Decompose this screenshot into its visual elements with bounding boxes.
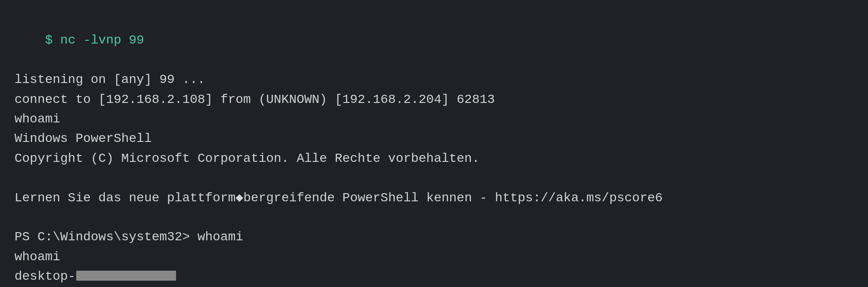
connect-line: connect to [192.168.2.108] from (UNKNOWN… (15, 90, 853, 109)
learn-line: Lernen Sie das neue plattform◆bergreifen… (15, 188, 853, 208)
windows-powershell-label: Windows PowerShell (15, 129, 853, 148)
empty-line-1 (15, 168, 853, 188)
empty-line-2 (15, 208, 853, 227)
whoami-output: whoami (15, 247, 853, 267)
listening-line: listening on [any] 99 ... (15, 70, 853, 89)
ps-prompt-whoami: PS C:\Windows\system32> whoami (15, 227, 853, 247)
command-line: $ nc -lvnp 99 (15, 11, 853, 70)
nc-command: nc -lvnp 99 (60, 33, 144, 47)
redacted-hostname (76, 271, 176, 281)
whoami-typed: whoami (15, 109, 853, 129)
desktop-redacted-line: desktop- (15, 267, 853, 286)
terminal-window: $ nc -lvnp 99 listening on [any] 99 ... … (15, 11, 853, 287)
prompt-dollar: $ (45, 33, 53, 47)
copyright-line: Copyright (C) Microsoft Corporation. All… (15, 149, 853, 168)
